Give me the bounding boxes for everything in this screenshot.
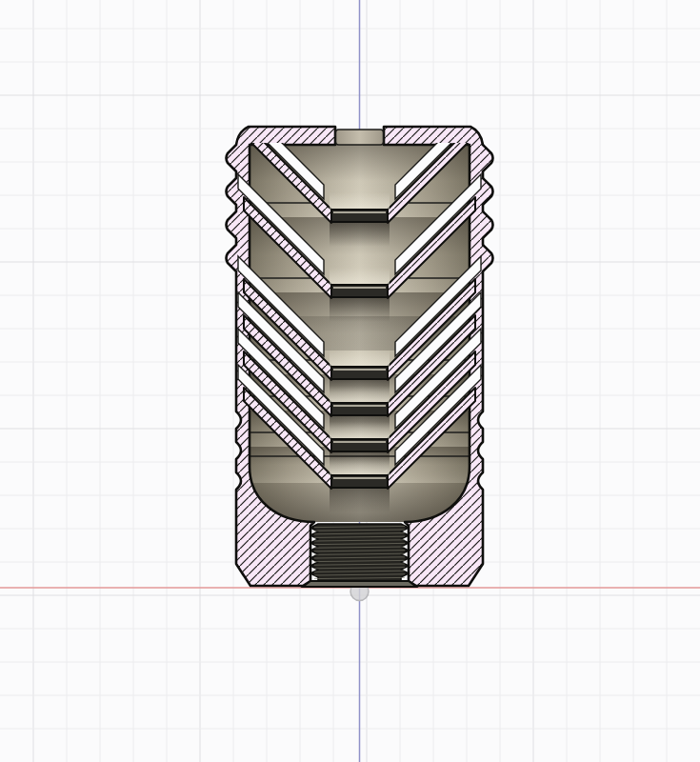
bottom-face[interactable] — [303, 581, 416, 587]
cad-viewport[interactable] — [0, 0, 700, 762]
sectioned-part[interactable] — [78, 99, 493, 587]
muzzle-opening[interactable] — [336, 130, 384, 145]
thread-bore[interactable] — [310, 524, 409, 581]
